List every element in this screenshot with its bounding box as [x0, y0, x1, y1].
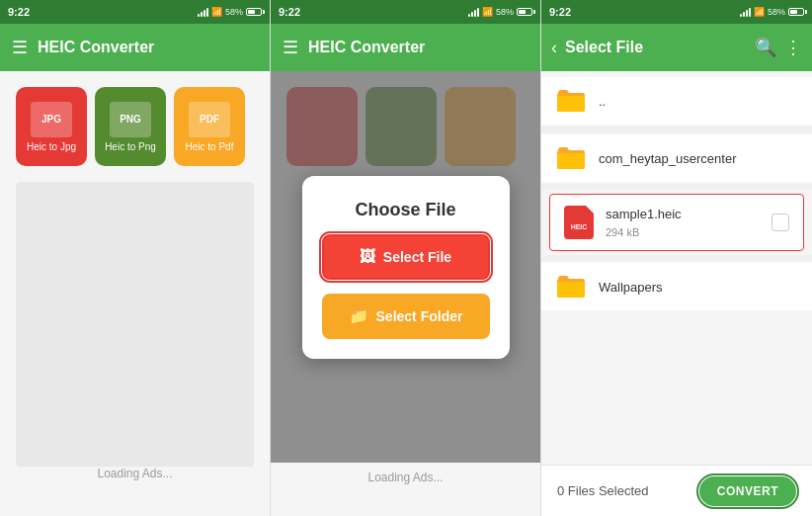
select-file-button[interactable]: 🖼 Select File	[322, 234, 490, 280]
more-icon[interactable]: ⋮	[784, 37, 802, 58]
wallpapers-name: Wallpapers	[599, 280, 663, 295]
status-bar-1: 9:22 📶 58%	[0, 0, 270, 24]
pdf-label: Heic to Pdf	[186, 141, 234, 152]
select-folder-button[interactable]: 📁 Select Folder	[322, 294, 490, 339]
heic-to-pdf-card[interactable]: PDF Heic to Pdf	[174, 87, 245, 166]
phone2-overlay: Choose File 🖼 Select File 📁 Select Folde…	[271, 71, 540, 463]
convert-button[interactable]: CONVERT	[699, 476, 796, 506]
conversion-options: JPG Heic to Jpg PNG Heic to Png PDF Heic…	[16, 87, 254, 166]
app-bar-1: ☰ HEIC Converter	[0, 24, 270, 71]
battery-icon-2	[517, 8, 532, 16]
status-icons-2: 📶 58%	[468, 7, 532, 17]
signal-bar	[743, 12, 745, 17]
folder-icon	[555, 87, 587, 115]
status-time-1: 9:22	[8, 6, 30, 18]
battery-text-2: 58%	[496, 7, 514, 17]
battery-fill-1	[248, 10, 255, 14]
file-list: .. com_heytap_usercenter HEIC sample1.he…	[541, 71, 812, 465]
signal-bars-1	[198, 7, 208, 17]
signal-bar	[471, 12, 473, 17]
divider	[541, 184, 812, 190]
signal-bar	[477, 8, 479, 17]
folder-icon	[555, 273, 587, 301]
png-label: Heic to Png	[105, 141, 156, 152]
status-bar-2: 9:22 📶 58%	[271, 0, 540, 24]
choose-file-dialog: Choose File 🖼 Select File 📁 Select Folde…	[302, 176, 510, 359]
phone-1: 9:22 📶 58% ☰ HEIC Converter JPG	[0, 0, 271, 516]
heic-to-jpg-card[interactable]: JPG Heic to Jpg	[16, 87, 87, 166]
files-selected-text: 0 Files Selected	[557, 483, 649, 498]
folder-icon	[555, 144, 587, 172]
status-icons-1: 📶 58%	[198, 7, 262, 17]
list-item[interactable]: HEIC sample1.heic 294 kB	[549, 194, 804, 251]
hamburger-icon-2[interactable]: ☰	[283, 37, 298, 58]
select-file-title: Select File	[565, 39, 747, 56]
battery-text-3: 58%	[768, 7, 785, 17]
wifi-icon-2: 📶	[482, 7, 493, 17]
signal-bar	[474, 10, 476, 17]
status-bar-3: 9:22 📶 58%	[541, 0, 812, 24]
folder-name: com_heytap_usercenter	[599, 151, 736, 166]
file-checkbox[interactable]	[771, 214, 789, 231]
app-title-2: HEIC Converter	[308, 39, 528, 56]
battery-fill-3	[790, 10, 797, 14]
phone-2: 9:22 📶 58% ☰ HEIC Converter	[271, 0, 541, 516]
signal-bars-2	[468, 7, 479, 17]
jpg-icon: JPG	[31, 102, 72, 137]
battery-icon-3	[788, 8, 804, 16]
hamburger-icon-1[interactable]: ☰	[12, 37, 28, 58]
signal-bar	[468, 14, 470, 17]
pdf-icon: PDF	[189, 102, 230, 137]
status-icons-3: 📶 58%	[740, 7, 804, 17]
select-file-bar: ‹ Select File 🔍 ⋮	[541, 24, 812, 71]
select-folder-label: Select Folder	[376, 308, 463, 324]
phone1-content: JPG Heic to Jpg PNG Heic to Png PDF Heic…	[0, 71, 270, 516]
select-folder-icon: 📁	[349, 306, 368, 325]
app-bar-2: ☰ HEIC Converter	[271, 24, 540, 71]
heic-file-icon: HEIC	[564, 206, 594, 239]
loading-ads-2: Loading Ads...	[286, 471, 525, 504]
battery-fill-2	[519, 10, 526, 14]
signal-bar	[740, 14, 742, 17]
status-time-2: 9:22	[279, 6, 300, 18]
folder-svg-icon	[556, 88, 586, 114]
status-time-3: 9:22	[549, 6, 571, 18]
select-file-icon: 🖼	[360, 248, 375, 266]
signal-bar	[201, 12, 203, 17]
signal-bar	[203, 10, 205, 17]
loading-ads-1: Loading Ads...	[16, 467, 254, 500]
divider	[541, 127, 812, 132]
signal-bar	[749, 8, 751, 17]
wifi-icon: 📶	[211, 7, 222, 17]
dialog-title: Choose File	[355, 200, 455, 220]
signal-bars-3	[740, 7, 751, 17]
signal-bar	[746, 10, 748, 17]
wallpapers-info: Wallpapers	[599, 278, 798, 296]
dotdot-text: ..	[599, 94, 606, 109]
heic-file-size: 294 kB	[606, 226, 639, 238]
app-title-1: HEIC Converter	[38, 39, 258, 56]
list-item[interactable]: com_heytap_usercenter	[541, 134, 812, 182]
list-item[interactable]: Wallpapers	[541, 263, 812, 310]
wifi-icon-3: 📶	[754, 7, 765, 17]
heic-file-name: sample1.heic	[606, 207, 682, 221]
jpg-label: Heic to Jpg	[27, 141, 76, 152]
heic-to-png-card[interactable]: PNG Heic to Png	[95, 87, 166, 166]
battery-text-1: 58%	[225, 7, 243, 17]
folder-info: com_heytap_usercenter	[599, 149, 798, 167]
png-icon: PNG	[110, 102, 151, 137]
folder-svg-icon	[556, 145, 586, 171]
phone-3: 9:22 📶 58% ‹ Select File 🔍 ⋮	[541, 0, 812, 516]
heic-file-info: sample1.heic 294 kB	[606, 205, 760, 240]
select-file-label: Select File	[383, 249, 451, 265]
battery-icon-1	[246, 8, 262, 16]
divider	[541, 255, 812, 261]
signal-bar	[198, 14, 200, 17]
signal-bar	[206, 8, 208, 17]
back-icon[interactable]: ‹	[551, 38, 557, 58]
list-item[interactable]: ..	[541, 77, 812, 125]
folder-svg-icon	[556, 274, 586, 300]
search-icon[interactable]: 🔍	[755, 37, 776, 58]
bottom-bar: 0 Files Selected CONVERT	[541, 465, 812, 516]
